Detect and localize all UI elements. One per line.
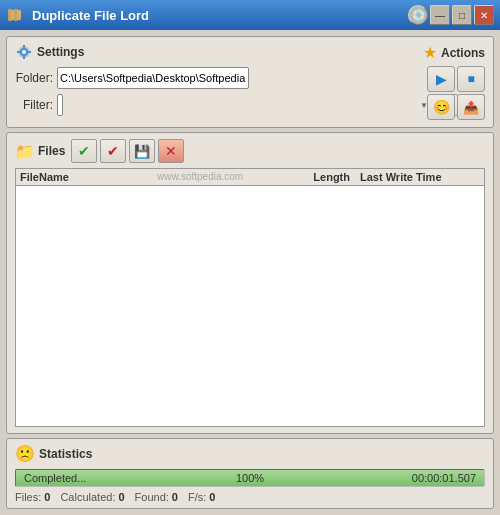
svg-rect-7	[23, 45, 25, 48]
close-button[interactable]: ✕	[474, 5, 494, 25]
svg-rect-3	[17, 10, 21, 20]
stat-files: Files: 0	[15, 491, 50, 503]
stat-found: Found: 0	[135, 491, 178, 503]
progress-time: 00:00:01.507	[412, 472, 476, 484]
play-icon: ▶	[436, 71, 447, 87]
actions-title: Actions	[441, 46, 485, 60]
progress-bar-wrapper: Completed... 100% 00:00:01.507	[15, 469, 485, 487]
files-check-green-button[interactable]: ✔	[71, 139, 97, 163]
fps-stat-value: 0	[209, 491, 215, 503]
folder-input-wrapper: C:\Users\Softpedia\Desktop\Softpedia 📂	[57, 67, 485, 89]
files-toolbar: 📁 Files ✔ ✔ 💾 ✕	[15, 139, 485, 163]
actions-row-1: ▶ ■	[427, 66, 485, 92]
delete-icon: ✕	[165, 143, 177, 159]
check-green-icon: ✔	[78, 143, 90, 159]
main-window: Settings Folder: C:\Users\Softpedia\Desk…	[0, 30, 500, 515]
svg-rect-9	[17, 51, 20, 53]
folder-label: Folder:	[15, 71, 53, 85]
filter-select[interactable]	[57, 94, 63, 116]
files-delete-button[interactable]: ✕	[158, 139, 184, 163]
action-stop-button[interactable]: ■	[457, 66, 485, 92]
col-length-header: Length	[290, 171, 360, 183]
found-stat-value: 0	[172, 491, 178, 503]
files-stat-value: 0	[44, 491, 50, 503]
files-stat-label: Files:	[15, 491, 41, 503]
calculated-stat-label: Calculated:	[60, 491, 115, 503]
action-play-button[interactable]: ▶	[427, 66, 455, 92]
check-red-icon: ✔	[107, 143, 119, 159]
title-bar: Duplicate File Lord 💿 — □ ✕	[0, 0, 500, 30]
app-title: Duplicate File Lord	[32, 8, 408, 23]
calculated-stat-value: 0	[118, 491, 124, 503]
stats-panel: 🙁 Statistics Completed... 100% 00:00:01.…	[6, 438, 494, 509]
stats-title: Statistics	[39, 447, 92, 461]
action-face-button[interactable]: 😊	[427, 94, 455, 120]
actions-row-2: 😊 📤	[427, 94, 485, 120]
watermark: www.softpedia.com	[157, 171, 290, 183]
settings-panel: Settings Folder: C:\Users\Softpedia\Desk…	[6, 36, 494, 128]
window-controls: 💿 — □ ✕	[408, 5, 494, 25]
progress-label: Completed...	[24, 472, 86, 484]
minimize-button[interactable]: —	[430, 5, 450, 25]
folder-select-wrapper: C:\Users\Softpedia\Desktop\Softpedia	[57, 67, 458, 89]
found-stat-label: Found:	[135, 491, 169, 503]
face-icon: 😊	[433, 99, 450, 115]
stats-header: 🙁 Statistics	[15, 444, 485, 463]
svg-point-6	[22, 50, 26, 54]
svg-rect-8	[23, 56, 25, 59]
filter-select-wrapper	[57, 94, 431, 116]
folder-select[interactable]: C:\Users\Softpedia\Desktop\Softpedia	[57, 67, 249, 89]
svg-rect-10	[28, 51, 31, 53]
files-save-button[interactable]: 💾	[129, 139, 155, 163]
export-icon: 📤	[463, 100, 479, 115]
files-check-red-button[interactable]: ✔	[100, 139, 126, 163]
progress-pct: 100%	[236, 472, 264, 484]
actions-star-icon: ★	[423, 43, 437, 62]
col-filename-header: FileName	[20, 171, 153, 183]
save-icon: 💾	[134, 144, 150, 159]
maximize-button[interactable]: □	[452, 5, 472, 25]
actions-header: ★ Actions	[423, 43, 485, 62]
fps-stat-label: F/s:	[188, 491, 206, 503]
files-title: Files	[38, 144, 65, 158]
file-list-container: FileName www.softpedia.com Length Last W…	[15, 168, 485, 427]
filter-row: Filter: ✕ ✦	[15, 94, 485, 116]
actions-section: ★ Actions ▶ ■ 😊 📤	[423, 43, 485, 120]
files-panel: 📁 Files ✔ ✔ 💾 ✕ FileName www.softpedia.c…	[6, 132, 494, 434]
stats-row: Files: 0 Calculated: 0 Found: 0 F/s: 0	[15, 491, 485, 503]
col-writetime-header: Last Write Time	[360, 171, 480, 183]
action-export-button[interactable]: 📤	[457, 94, 485, 120]
actions-buttons: ▶ ■ 😊 📤	[427, 66, 485, 120]
stat-calculated: Calculated: 0	[60, 491, 124, 503]
folder-row: Folder: C:\Users\Softpedia\Desktop\Softp…	[15, 67, 485, 89]
stat-fps: F/s: 0	[188, 491, 215, 503]
file-list-header: FileName www.softpedia.com Length Last W…	[16, 169, 484, 186]
files-icon: 📁	[15, 142, 35, 161]
filter-label: Filter:	[15, 98, 53, 112]
stop-icon: ■	[467, 72, 474, 86]
filter-input-wrapper: ✕ ✦	[57, 94, 485, 116]
app-icon	[6, 5, 26, 25]
settings-icon	[15, 43, 33, 61]
settings-title: Settings	[37, 45, 84, 59]
settings-header: Settings	[15, 43, 485, 61]
disk-icon: 💿	[408, 5, 428, 25]
stats-icon: 🙁	[15, 444, 35, 463]
